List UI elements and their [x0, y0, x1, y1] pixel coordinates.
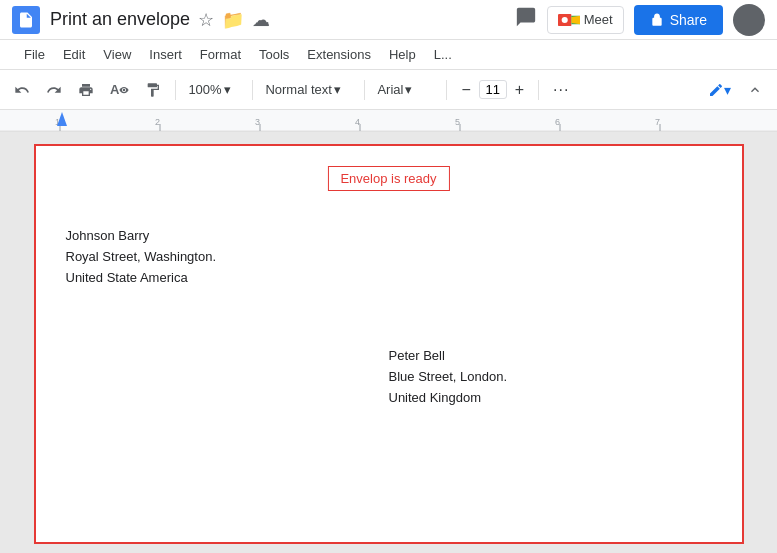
title-bar-right: Meet Share	[515, 4, 765, 36]
svg-text:3: 3	[255, 117, 260, 127]
svg-point-2	[561, 16, 567, 22]
recipient-street: Blue Street, London.	[389, 367, 508, 388]
share-button[interactable]: Share	[634, 5, 723, 35]
menu-format[interactable]: Format	[192, 45, 249, 64]
menu-extensions[interactable]: Extensions	[299, 45, 379, 64]
title-bar: Print an envelope ☆ 📁 ☁ Meet Share	[0, 0, 777, 40]
document-page[interactable]: Envelop is ready Johnson Barry Royal Str…	[34, 144, 744, 544]
edit-pencil-button[interactable]: ▾	[702, 78, 737, 102]
cloud-icon[interactable]: ☁	[252, 9, 270, 31]
font-size-minus-button[interactable]: −	[455, 77, 476, 103]
user-avatar[interactable]	[733, 4, 765, 36]
font-selector[interactable]: Arial ▾	[373, 80, 438, 99]
font-size-area: − +	[455, 77, 530, 103]
share-label: Share	[670, 12, 707, 28]
svg-text:7: 7	[655, 117, 660, 127]
font-size-input[interactable]	[479, 80, 507, 99]
envelope-label: Envelop is ready	[327, 166, 449, 191]
comment-button[interactable]	[515, 6, 537, 33]
font-dropdown-icon: ▾	[405, 82, 412, 97]
print-button[interactable]	[72, 78, 100, 102]
divider-2	[252, 80, 253, 100]
title-icons: ☆ 📁 ☁	[198, 9, 270, 31]
divider-4	[446, 80, 447, 100]
style-selector[interactable]: Normal text ▾	[261, 80, 356, 99]
star-icon[interactable]: ☆	[198, 9, 214, 31]
menu-file[interactable]: File	[16, 45, 53, 64]
meet-label: Meet	[584, 12, 613, 27]
zoom-selector[interactable]: 100% ▾	[184, 80, 244, 99]
font-value: Arial	[377, 82, 403, 97]
sender-name: Johnson Barry	[66, 226, 217, 247]
menu-more[interactable]: L...	[426, 45, 460, 64]
sender-country: United State America	[66, 268, 217, 289]
zoom-value: 100%	[188, 82, 221, 97]
svg-text:4: 4	[355, 117, 360, 127]
edit-dropdown-icon: ▾	[724, 82, 731, 98]
more-options-icon: ···	[553, 81, 569, 99]
app-icon	[12, 6, 40, 34]
collapse-toolbar-button[interactable]	[741, 78, 769, 102]
paint-format-button[interactable]	[139, 78, 167, 102]
divider-1	[175, 80, 176, 100]
spell-check-button[interactable]: A	[104, 78, 135, 101]
recipient-name: Peter Bell	[389, 346, 508, 367]
svg-text:6: 6	[555, 117, 560, 127]
zoom-dropdown-icon: ▾	[224, 82, 231, 97]
meet-button[interactable]: Meet	[547, 6, 624, 34]
svg-marker-3	[571, 15, 580, 24]
document-area: Envelop is ready Johnson Barry Royal Str…	[0, 132, 777, 553]
recipient-address: Peter Bell Blue Street, London. United K…	[389, 346, 508, 408]
menu-insert[interactable]: Insert	[141, 45, 190, 64]
svg-text:2: 2	[155, 117, 160, 127]
recipient-country: United Kingdom	[389, 388, 508, 409]
toolbar: A 100% ▾ Normal text ▾ Arial ▾ − + ··· ▾	[0, 70, 777, 110]
sender-street: Royal Street, Washington.	[66, 247, 217, 268]
sender-address: Johnson Barry Royal Street, Washington. …	[66, 226, 217, 288]
doc-title[interactable]: Print an envelope	[50, 9, 190, 30]
toolbar-right: ▾	[702, 78, 769, 102]
divider-3	[364, 80, 365, 100]
style-dropdown-icon: ▾	[334, 82, 341, 97]
menu-bar: File Edit View Insert Format Tools Exten…	[0, 40, 777, 70]
menu-view[interactable]: View	[95, 45, 139, 64]
ruler: 1 2 3 4 5 6 7	[0, 110, 777, 132]
more-options-button[interactable]: ···	[547, 77, 575, 103]
font-size-plus-button[interactable]: +	[509, 77, 530, 103]
style-value: Normal text	[265, 82, 331, 97]
svg-text:5: 5	[455, 117, 460, 127]
divider-5	[538, 80, 539, 100]
menu-help[interactable]: Help	[381, 45, 424, 64]
undo-button[interactable]	[8, 78, 36, 102]
menu-tools[interactable]: Tools	[251, 45, 297, 64]
menu-edit[interactable]: Edit	[55, 45, 93, 64]
redo-button[interactable]	[40, 78, 68, 102]
folder-icon[interactable]: 📁	[222, 9, 244, 31]
